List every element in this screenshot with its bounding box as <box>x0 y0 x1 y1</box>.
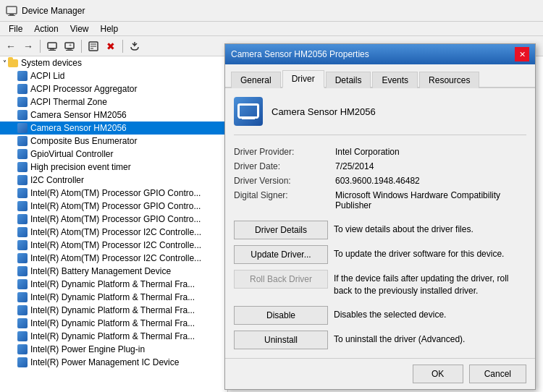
tabs-bar: General Driver Details Events Resources <box>225 64 535 88</box>
driver-date-label: Driver Date: <box>234 161 335 171</box>
title-bar: Device Manager <box>0 0 543 22</box>
list-item[interactable]: Intel(R) Atom(TM) Processor I2C Controll… <box>0 226 227 239</box>
properties-dialog: Camera Sensor HM2056 Properties ✕ Genera… <box>224 43 536 390</box>
list-item[interactable]: Intel(R) Dynamic Platform & Thermal Fra.… <box>0 304 227 317</box>
driver-provider-label: Driver Provider: <box>234 147 335 157</box>
tab-details[interactable]: Details <box>326 72 371 88</box>
list-item[interactable]: Intel(R) Dynamic Platform & Thermal Fra.… <box>0 330 227 343</box>
device-icon <box>17 227 28 237</box>
update-driver-desc: To update the driver software for this d… <box>328 245 526 263</box>
list-item[interactable]: Intel(R) Atom(TM) Processor GPIO Contro.… <box>0 213 227 226</box>
svg-rect-3 <box>48 43 56 48</box>
menu-bar: File Action View Help <box>0 22 543 36</box>
tab-events[interactable]: Events <box>372 72 418 88</box>
forward-button[interactable]: → <box>20 38 36 54</box>
toolbar-separator-3 <box>122 40 123 53</box>
toolbar-separator-2 <box>81 40 82 53</box>
list-item[interactable]: Composite Bus Enumerator <box>0 135 227 148</box>
device-icon <box>17 305 28 315</box>
back-button[interactable]: ← <box>3 38 19 54</box>
list-item[interactable]: ACPI Processor Aggregator <box>0 82 227 95</box>
disable-button[interactable]: Disable <box>234 306 328 325</box>
menu-help[interactable]: Help <box>95 22 125 36</box>
svg-rect-4 <box>50 48 54 50</box>
menu-file[interactable]: File <box>3 22 28 36</box>
device-icon <box>17 136 28 146</box>
tab-driver[interactable]: Driver <box>282 70 324 88</box>
list-item[interactable]: Camera Sensor HM2056 <box>0 108 227 122</box>
device-header: Camera Sensor HM2056 <box>234 97 526 135</box>
device-icon <box>17 201 28 211</box>
device-icon <box>17 110 28 120</box>
svg-rect-14 <box>238 104 258 117</box>
device-icon <box>17 214 28 224</box>
list-item[interactable]: Intel(R) Power Management IC Device <box>0 356 227 369</box>
device-name: Camera Sensor HM2056 <box>272 106 376 117</box>
device-icon <box>17 188 28 198</box>
list-item[interactable]: Intel(R) Dynamic Platform & Thermal Fra.… <box>0 278 227 291</box>
driver-details-button[interactable]: Driver Details <box>234 221 328 239</box>
cancel-button[interactable]: Cancel <box>469 365 526 383</box>
svg-rect-0 <box>7 7 17 14</box>
driver-version-value: 603.9600.1948.46482 <box>335 176 526 186</box>
device-icon <box>17 175 28 185</box>
folder-icon <box>8 59 18 67</box>
driver-provider-value: Intel Corporation <box>335 147 526 157</box>
list-item[interactable]: Intel(R) Battery Management Device <box>0 265 227 278</box>
device-big-icon <box>234 97 263 126</box>
scan-button[interactable]: + <box>62 38 77 54</box>
list-item[interactable]: Intel(R) Power Engine Plug-in <box>0 343 227 356</box>
list-item[interactable]: Intel(R) Atom(TM) Processor GPIO Contro.… <box>0 187 227 200</box>
svg-rect-2 <box>8 15 15 16</box>
device-icon <box>17 71 28 81</box>
list-item[interactable]: Intel(R) Atom(TM) Processor I2C Controll… <box>0 239 227 252</box>
digital-signer-value: Microsoft Windows Hardware Compatibility… <box>335 190 526 210</box>
list-item[interactable]: Intel(R) Dynamic Platform & Thermal Fra.… <box>0 291 227 304</box>
ok-button[interactable]: OK <box>413 365 463 383</box>
svg-rect-8 <box>66 50 73 51</box>
update-button[interactable] <box>127 38 143 54</box>
svg-rect-15 <box>245 117 252 119</box>
list-item[interactable]: ACPI Lid <box>0 69 227 82</box>
list-item[interactable]: GpioVirtual Controller <box>0 148 227 161</box>
list-item[interactable]: Intel(R) Dynamic Platform & Thermal Fra.… <box>0 317 227 330</box>
device-icon <box>17 344 28 354</box>
list-item[interactable]: ACPI Thermal Zone <box>0 95 227 108</box>
list-item-high-precision[interactable]: High precision event timer <box>0 161 227 174</box>
device-icon <box>17 331 28 341</box>
disable-desc: Disables the selected device. <box>328 306 526 324</box>
dialog-close-button[interactable]: ✕ <box>515 47 529 61</box>
properties-button[interactable] <box>85 38 101 54</box>
toolbar-separator-1 <box>40 40 41 53</box>
driver-details-desc: To view details about the driver files. <box>328 221 526 239</box>
device-icon <box>17 240 28 250</box>
svg-rect-1 <box>9 14 14 15</box>
list-item[interactable]: I2C Controller <box>0 174 227 187</box>
dialog-title: Camera Sensor HM2056 Properties <box>231 49 369 59</box>
delete-button[interactable]: ✖ <box>103 38 119 54</box>
update-driver-button[interactable]: Update Driver... <box>234 245 328 264</box>
uninstall-button[interactable]: Uninstall <box>234 331 328 349</box>
digital-signer-label: Digital Signer: <box>234 190 335 210</box>
tab-general[interactable]: General <box>231 72 281 88</box>
device-icon <box>17 162 28 172</box>
roll-back-driver-button[interactable]: Roll Back Driver <box>234 270 328 289</box>
device-icon <box>17 123 28 133</box>
list-item-camera-sensor-hm2056[interactable]: Camera Sensor HM2056 <box>0 122 227 135</box>
tree-panel[interactable]: ˅ System devices ACPI Lid ACPI Processor… <box>0 56 228 392</box>
list-item[interactable]: Intel(R) Atom(TM) Processor GPIO Contro.… <box>0 200 227 213</box>
tree-root[interactable]: ˅ System devices <box>0 56 227 69</box>
menu-action[interactable]: Action <box>28 22 64 36</box>
dialog-content: Camera Sensor HM2056 Driver Provider: In… <box>225 88 535 358</box>
svg-text:+: + <box>69 43 72 48</box>
tab-resources[interactable]: Resources <box>419 72 479 88</box>
device-icon <box>17 279 28 289</box>
menu-view[interactable]: View <box>64 22 95 36</box>
device-icon <box>17 292 28 302</box>
show-hide-button[interactable] <box>44 38 60 54</box>
list-item[interactable]: Intel(R) Atom(TM) Processor I2C Controll… <box>0 252 227 265</box>
device-icon <box>17 253 28 263</box>
device-icon <box>17 84 28 94</box>
app-title: Device Manager <box>22 6 85 16</box>
svg-rect-16 <box>242 119 255 119</box>
